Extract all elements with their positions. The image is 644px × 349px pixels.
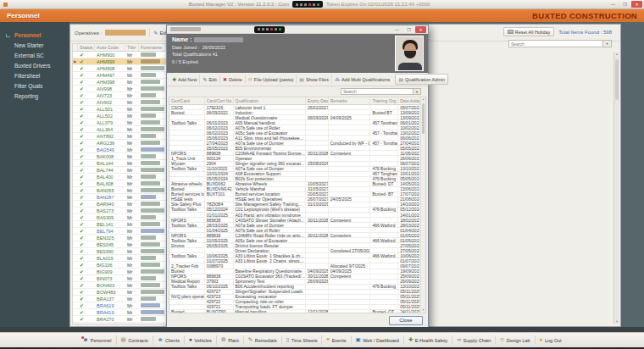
status-check-icon: ✔ (78, 235, 95, 241)
total-items-found: Total Items Found : 598 (558, 30, 612, 35)
taskbar-item-clients[interactable]: ☻Clients (153, 335, 185, 345)
cell: A05c Safe use of Excavator (234, 238, 306, 242)
sidebar-item-reporting[interactable]: Reporting (0, 91, 69, 101)
cell: 06/10/2025 (205, 285, 234, 289)
dialog-scrollbar[interactable]: ▲ ▼ (420, 97, 425, 313)
column-header[interactable]: Qualification (234, 97, 306, 104)
dialog-minimize-button[interactable]: — (391, 26, 402, 33)
cell: BUXD062 (205, 182, 234, 186)
title-cell: Mr (125, 275, 139, 281)
cell: 10/06/2025 (398, 253, 420, 258)
title-cell: Mr (125, 72, 139, 78)
person-summary-header: Name : Date Joined : 26/05/2022 Total Qu… (167, 34, 428, 73)
taskbar-item-events[interactable]: ≡Events (322, 335, 351, 345)
scroll-down-arrow[interactable]: ▼ (614, 319, 619, 324)
total-qualifications: Total Qualifications 41 (172, 52, 423, 57)
cell (370, 125, 398, 130)
window-title: Buxted Manager V2 : Version 11.2.0.2 : C… (188, 2, 289, 7)
dialog-footer: Close (167, 313, 428, 327)
sidebar-item-buxted-drivers[interactable]: Buxted Drivers (0, 60, 69, 70)
close-window-button[interactable]: ✕ (631, 1, 642, 8)
cell: 476 Bocking (370, 208, 398, 212)
column-header[interactable]: Status (78, 44, 95, 51)
taskbar-item-web-dashboard[interactable]: ▣Web / Dashboard (352, 335, 404, 345)
scroll-down-arrow[interactable]: ▼ (421, 308, 425, 313)
dialog-maximize-button[interactable]: ❐ (403, 26, 414, 33)
taskbar-item-log-out[interactable]: ●Log Out (536, 335, 566, 345)
dialog-title-redacted (170, 27, 201, 31)
forename-redacted (139, 167, 166, 173)
show-files-button[interactable]: ▤Show Files (297, 75, 332, 84)
cell (306, 223, 329, 227)
add-new-button[interactable]: ✚Add New (169, 75, 200, 84)
column-header[interactable]: Card/Cert No. (205, 97, 234, 104)
column-header[interactable]: Cert/Card (169, 97, 205, 104)
column-header[interactable]: Auto Code (95, 44, 125, 51)
sidebar-item-filtersheet[interactable]: Filtersheet (0, 70, 69, 80)
taskbar-item-design-lab[interactable]: ◇Design Lab (496, 335, 535, 345)
cell: 457 - Tongham C (370, 130, 398, 135)
qualification-search-input[interactable] (341, 88, 414, 95)
cell: NPORS (169, 233, 205, 237)
cell: 06/06/2023 (398, 136, 420, 140)
taskbar-item-vehicles[interactable]: ●Vehicles (185, 335, 217, 345)
cell: 466 Watford (370, 238, 398, 242)
main-scrollbar[interactable]: ▲ ▼ (613, 52, 619, 324)
sidebar-item-filter-quals[interactable]: Filter Quals (0, 80, 69, 91)
qualification-search-dropdown[interactable]: ▼ (414, 88, 421, 95)
search-input[interactable] (508, 40, 603, 47)
cell: 10/01/2024 (205, 172, 234, 176)
taskbar-item-personnel[interactable]: ☻Personnel (78, 335, 116, 345)
cell: 889838 (205, 218, 234, 222)
column-header[interactable]: Title (125, 44, 139, 51)
taskbar-item-contracts[interactable]: ▤Contracts (117, 335, 153, 345)
scrollbar-thumb[interactable] (615, 59, 619, 100)
column-header[interactable]: Forename (139, 44, 166, 51)
file-upload-paste--button[interactable]: ✉File Upload (paste) (246, 75, 297, 84)
column-header[interactable]: Training Org. (370, 97, 398, 104)
cell: 10/01/2024 (398, 172, 420, 176)
title-cell: Mr (125, 269, 139, 274)
taskbar-item-remedials[interactable]: ✎Remedials (244, 335, 282, 345)
maximize-button[interactable]: ❐ (619, 1, 630, 8)
taskbar-item-time-sheets[interactable]: ▯Time Sheets (282, 335, 323, 345)
cell: 2904 (205, 162, 234, 166)
status-check-icon: ✔ (78, 214, 95, 220)
close-button[interactable]: Close (389, 316, 423, 325)
dialog-close-button[interactable]: ✕ (415, 26, 426, 33)
column-header[interactable]: Remarks (329, 97, 371, 104)
edit-button[interactable]: ✎Edit (200, 75, 220, 84)
scroll-up-arrow[interactable]: ▲ (614, 52, 619, 57)
sidebar-item-external-sc[interactable]: External SC (0, 50, 69, 60)
delete-button[interactable]: ✖Delete (220, 75, 246, 84)
capture-pause-icon (313, 3, 315, 6)
minimize-button[interactable]: — (608, 1, 619, 8)
redaction-blob (141, 296, 156, 301)
title-cell: Mr (125, 153, 139, 159)
reset-all-holiday-button[interactable]: Reset All Holiday (503, 27, 555, 36)
qualification-row[interactable]: BuxtedBUXOT60Manual handling12/11/2028Bu… (169, 310, 425, 313)
column-header[interactable]: Expiry Date (306, 97, 329, 104)
qualification-admin-button[interactable]: ▤Qualification Admin (395, 74, 448, 85)
status-check-icon: ✔ (78, 58, 95, 64)
scrollbar-thumb[interactable] (422, 103, 425, 134)
column-header[interactable]: Date Added (398, 97, 420, 104)
cell: A03 Hand, arm vibration syndrome (234, 213, 306, 217)
add-multi-qualifications-button[interactable]: ⁂Add Multi Qualifications (332, 75, 392, 84)
sidebar-item-new-starter[interactable]: New Starter (0, 40, 69, 50)
cell: A11 Slips, trips and fall (Housekee... (234, 136, 306, 140)
status-check-icon: ✔ (78, 296, 95, 302)
taskbar-item-e-health-safety[interactable]: ✚E-Health Safety (404, 335, 452, 345)
sidebar-item-personnel[interactable]: Personnel (0, 30, 69, 40)
buxted-manager-window: { "colors": { "accent_orange": "#DF7931"… (0, 0, 644, 349)
status-check-icon: ✔ (78, 119, 95, 125)
cell (306, 141, 329, 145)
search-dropdown-button[interactable]: ▼ (603, 40, 612, 47)
qualifications-table: Cert/CardCard/Cert No.QualificationExpir… (169, 97, 426, 313)
scroll-up-arrow[interactable]: ▲ (421, 97, 425, 102)
cell: 30/11/2028 (306, 218, 329, 222)
taskbar-item-plant[interactable]: ⚙Plant (217, 335, 244, 345)
cell (329, 120, 371, 125)
taskbar-item-supply-chain[interactable]: ∞Supply Chain (452, 335, 496, 345)
selected-operative-name-redacted (105, 30, 146, 36)
